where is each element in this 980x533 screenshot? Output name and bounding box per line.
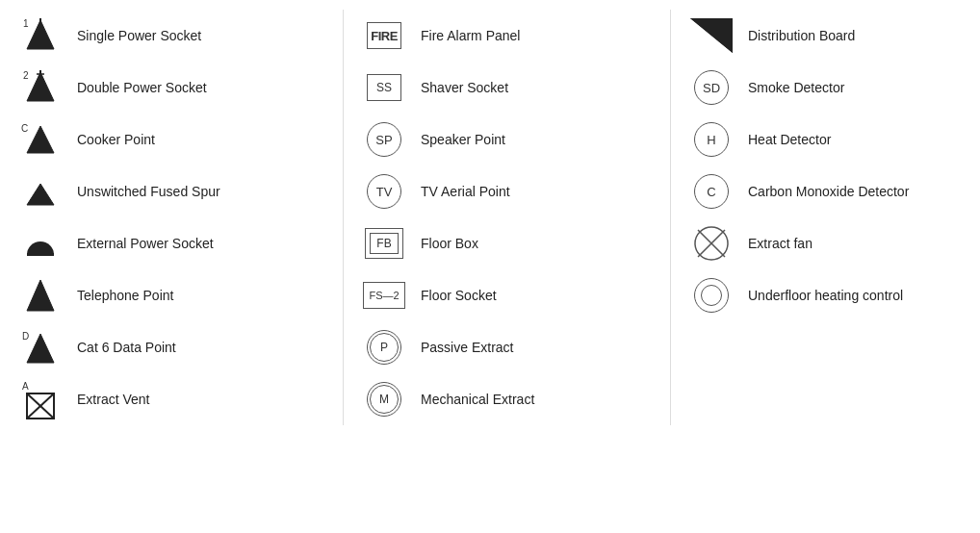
passive-extract-icon: P (359, 330, 409, 365)
list-item: M Mechanical Extract (359, 373, 670, 425)
list-item: External Power Socket (15, 217, 343, 269)
speaker-point-icon: SP (359, 122, 409, 157)
list-item: FIRE Fire Alarm Panel (359, 10, 670, 62)
svg-text:A: A (22, 381, 29, 392)
cooker-point-label: Cooker Point (77, 132, 155, 147)
list-item: C Carbon Monoxide Detector (686, 165, 980, 217)
floor-socket-icon: FS—2 (359, 282, 409, 309)
tv-aerial-point-label: TV Aerial Point (421, 184, 510, 199)
list-item: Underfloor heating control (686, 269, 980, 321)
list-item: SP Speaker Point (359, 114, 670, 165)
list-item: P Passive Extract (359, 321, 670, 373)
carbon-monoxide-detector-icon: C (686, 174, 736, 209)
svg-marker-20 (690, 18, 733, 53)
extract-fan-label: Extract fan (748, 236, 812, 251)
legend-grid: 1 Single Power Socket 2 Double (15, 10, 965, 425)
fire-alarm-panel-label: Fire Alarm Panel (421, 28, 520, 43)
list-item: Unswitched Fused Spur (15, 165, 343, 217)
fire-alarm-panel-icon: FIRE (359, 22, 409, 49)
list-item: 1 Single Power Socket (15, 10, 343, 62)
heat-detector-icon: H (686, 122, 736, 157)
svg-text:C: C (21, 123, 28, 134)
list-item: FB Floor Box (359, 217, 670, 269)
svg-rect-11 (27, 253, 54, 256)
smoke-detector-icon: SD (686, 70, 736, 105)
cooker-point-icon: C (15, 118, 65, 161)
list-item: 2 Double Power Socket (15, 62, 343, 114)
list-item: Telephone Point (15, 269, 343, 321)
svg-marker-4 (27, 72, 54, 101)
underfloor-heating-control-icon (686, 278, 736, 313)
list-item: Distribution Board (686, 10, 980, 62)
list-item: D Cat 6 Data Point (15, 321, 343, 373)
list-item: SD Smoke Detector (686, 62, 980, 114)
list-item: H Heat Detector (686, 114, 980, 165)
external-power-socket-label: External Power Socket (77, 236, 214, 251)
mechanical-extract-icon: M (359, 382, 409, 417)
svg-marker-8 (27, 126, 54, 153)
double-power-socket-label: Double Power Socket (77, 80, 207, 95)
floor-socket-label: Floor Socket (421, 288, 497, 303)
distribution-board-label: Distribution Board (748, 28, 855, 43)
extract-vent-label: Extract Vent (77, 392, 149, 407)
list-item: SS Shaver Socket (359, 62, 670, 114)
shaver-socket-icon: SS (359, 74, 409, 101)
list-item: C Cooker Point (15, 114, 343, 165)
svg-marker-14 (27, 334, 54, 363)
cat6-data-point-label: Cat 6 Data Point (77, 340, 176, 355)
svg-text:1: 1 (23, 18, 29, 29)
unswitched-fused-spur-icon (15, 170, 65, 213)
carbon-monoxide-detector-label: Carbon Monoxide Detector (748, 184, 909, 199)
cat6-data-point-icon: D (15, 326, 65, 368)
distribution-board-icon (686, 18, 736, 53)
double-power-socket-icon: 2 (15, 66, 65, 109)
list-item: TV TV Aerial Point (359, 165, 670, 217)
speaker-point-label: Speaker Point (421, 132, 505, 147)
svg-text:2: 2 (23, 70, 29, 81)
floor-box-label: Floor Box (421, 236, 478, 251)
column-2: FIRE Fire Alarm Panel SS Shaver Socket S… (343, 10, 670, 425)
shaver-socket-label: Shaver Socket (421, 80, 508, 95)
extract-fan-icon (686, 225, 736, 262)
mechanical-extract-label: Mechanical Extract (421, 392, 534, 407)
smoke-detector-label: Smoke Detector (748, 80, 844, 95)
unswitched-fused-spur-label: Unswitched Fused Spur (77, 184, 220, 199)
column-1: 1 Single Power Socket 2 Double (15, 10, 343, 425)
passive-extract-label: Passive Extract (421, 340, 513, 355)
floor-box-icon: FB (359, 228, 409, 259)
column-3: Distribution Board SD Smoke Detector H H… (670, 10, 980, 425)
telephone-point-label: Telephone Point (77, 288, 173, 303)
svg-line-10 (27, 190, 33, 197)
external-power-socket-icon (15, 222, 65, 265)
tv-aerial-point-icon: TV (359, 174, 409, 209)
single-power-socket-icon: 1 (15, 14, 65, 57)
svg-marker-12 (27, 280, 54, 311)
extract-vent-icon: A (15, 378, 65, 420)
list-item: Extract fan (686, 217, 980, 269)
underfloor-heating-control-label: Underfloor heating control (748, 288, 903, 303)
list-item: FS—2 Floor Socket (359, 269, 670, 321)
telephone-point-icon (15, 274, 65, 317)
heat-detector-label: Heat Detector (748, 132, 831, 147)
list-item: A Extract Vent (15, 373, 343, 425)
svg-marker-9 (27, 184, 54, 205)
svg-marker-1 (27, 20, 54, 49)
svg-text:D: D (22, 331, 29, 342)
single-power-socket-label: Single Power Socket (77, 28, 201, 43)
